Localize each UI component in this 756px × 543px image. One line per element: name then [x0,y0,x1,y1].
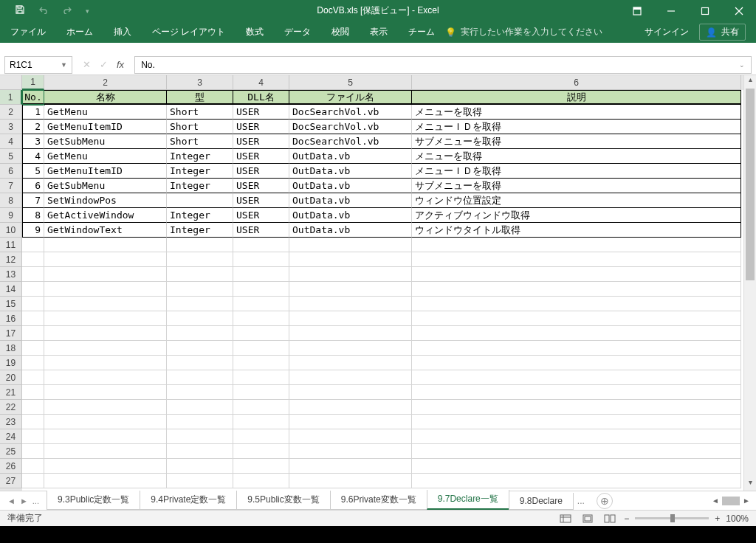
cell[interactable]: 型 [167,90,233,105]
cell[interactable]: ウィンドウ位置設定 [412,193,741,208]
cell[interactable]: OutData.vb [289,208,412,223]
cell[interactable]: 説明 [412,90,741,105]
row-header[interactable]: 21 [0,385,22,400]
cell[interactable] [22,252,44,267]
cell[interactable] [44,444,167,459]
ribbon-tab[interactable]: チーム [398,26,445,38]
undo-icon[interactable] [38,5,49,16]
cell[interactable] [233,474,289,488]
cell[interactable]: 9 [22,223,44,238]
sheet-more-ellipsis[interactable]: ... [573,496,589,506]
cell[interactable] [233,415,289,429]
cell[interactable] [167,282,233,297]
cell[interactable] [44,400,167,415]
column-header[interactable]: 1 [22,75,44,90]
cell[interactable] [44,297,167,311]
cell[interactable] [233,356,289,370]
sheet-prev-icon[interactable]: ◄ [7,497,16,505]
ribbon-tab[interactable]: 表示 [360,26,398,38]
column-header[interactable]: 3 [167,75,233,90]
cell[interactable] [44,282,167,297]
cell[interactable] [289,385,412,400]
row-header[interactable]: 13 [0,267,22,282]
ribbon-tab[interactable]: ページ レイアウト [142,26,236,38]
cell[interactable] [412,326,741,341]
cell[interactable] [412,459,741,474]
cell[interactable]: DocSearchVol.vb [289,120,412,134]
cell[interactable] [233,385,289,400]
column-header[interactable]: 4 [233,75,289,90]
cell[interactable] [22,311,44,326]
cell[interactable] [22,385,44,400]
qat-dropdown-icon[interactable]: ▾ [86,7,89,15]
cell[interactable] [22,444,44,459]
cell[interactable]: ウィンドウタイトル取得 [412,223,741,238]
row-header[interactable]: 15 [0,297,22,311]
cell[interactable]: メニューＩＤを取得 [412,164,741,179]
scroll-down-icon[interactable]: ▾ [744,478,756,491]
page-layout-view-button[interactable] [580,512,596,525]
vertical-scrollbar[interactable]: ▴ ▾ [743,75,756,491]
select-all-corner[interactable] [0,75,22,90]
cell[interactable]: 名称 [44,90,167,105]
chevron-down-icon[interactable]: ▼ [61,61,67,69]
cell[interactable]: 8 [22,208,44,223]
cell[interactable] [289,400,412,415]
cell[interactable] [289,415,412,429]
cell[interactable] [289,326,412,341]
column-header[interactable]: 2 [44,75,167,90]
row-header[interactable]: 3 [0,120,22,134]
cell[interactable]: USER [233,134,289,149]
cell[interactable] [22,267,44,282]
cell[interactable]: Integer [167,223,233,238]
cell[interactable] [167,297,233,311]
zoom-slider[interactable] [635,517,709,519]
cell[interactable]: DocSearchVol.vb [289,134,412,149]
zoom-in-button[interactable]: + [715,513,720,524]
cell[interactable] [44,385,167,400]
cell[interactable] [412,267,741,282]
cell[interactable] [167,474,233,488]
cell[interactable] [44,238,167,252]
redo-icon[interactable] [62,5,72,16]
row-header[interactable]: 14 [0,282,22,297]
cell[interactable] [167,356,233,370]
column-header[interactable]: 6 [412,75,741,90]
cell[interactable] [44,311,167,326]
row-header[interactable]: 22 [0,400,22,415]
cell[interactable] [233,400,289,415]
cell[interactable] [22,297,44,311]
ribbon-tab[interactable]: ホーム [56,26,103,38]
row-header[interactable]: 5 [0,149,22,164]
row-header[interactable]: 12 [0,252,22,267]
cell[interactable]: GetMenuItemID [44,120,167,134]
cell[interactable] [167,326,233,341]
cell[interactable] [289,370,412,385]
maximize-button[interactable] [688,0,722,21]
cell[interactable]: メニューＩＤを取得 [412,120,741,134]
row-header[interactable]: 1 [0,90,22,105]
cell[interactable] [22,474,44,488]
row-header[interactable]: 6 [0,164,22,179]
sheet-tab[interactable]: 9.4Private定数一覧 [140,491,237,510]
cell[interactable]: OutData.vb [289,179,412,193]
cell[interactable]: GetSubMenu [44,134,167,149]
cell[interactable] [22,326,44,341]
cell[interactable] [233,252,289,267]
cell[interactable] [412,297,741,311]
close-button[interactable] [722,0,756,21]
cell[interactable] [412,429,741,444]
row-header[interactable]: 19 [0,356,22,370]
cell[interactable] [44,370,167,385]
cell[interactable] [233,326,289,341]
cell[interactable]: GetActiveWindow [44,208,167,223]
cell[interactable] [167,341,233,356]
page-break-view-button[interactable] [602,512,618,525]
name-box[interactable]: R1C1 ▼ [4,56,72,74]
cell[interactable] [22,356,44,370]
cell[interactable]: Short [167,120,233,134]
cell[interactable]: OutData.vb [289,164,412,179]
cell[interactable] [167,385,233,400]
cell[interactable]: GetWindowText [44,223,167,238]
cell[interactable] [233,282,289,297]
